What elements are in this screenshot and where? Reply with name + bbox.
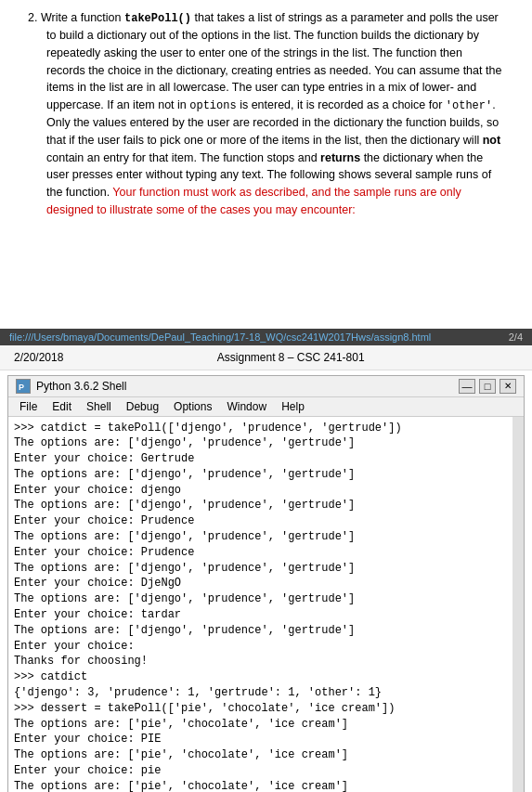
menu-options[interactable]: Options [166,399,219,414]
menu-shell[interactable]: Shell [79,399,119,414]
assignment-header: 2/20/2018 Assignment 8 – CSC 241-801 [0,345,532,370]
assignment-date: 2/20/2018 [14,351,63,364]
python-shell-window: P Python 3.6.2 Shell — □ ✕ File Edit She… [7,375,525,793]
document-section: 2. Write a function takePoll() that take… [0,0,532,236]
paragraph-2: 2. Write a function takePoll() that take… [28,9,504,219]
shell-title-text: Python 3.6.2 Shell [36,380,126,393]
options-ref: options [189,99,236,112]
menu-debug[interactable]: Debug [119,399,166,414]
spacer [0,236,532,329]
svg-text:P: P [19,383,24,392]
footer-bar: file:///Users/bmaya/Documents/DePaul_Tea… [0,329,532,345]
shell-menubar: File Edit Shell Debug Options Window Hel… [8,397,524,417]
maximize-button[interactable]: □ [479,379,496,394]
close-button[interactable]: ✕ [500,379,516,394]
python-icon: P [16,379,31,394]
menu-help[interactable]: Help [274,399,312,414]
shell-controls[interactable]: — □ ✕ [459,379,516,394]
returns-bold: returns [320,151,360,164]
footer-path-link[interactable]: file:///Users/bmaya/Documents/DePaul_Tea… [9,331,431,343]
red-notice: Your function must work as described, an… [46,186,461,216]
menu-edit[interactable]: Edit [45,399,79,414]
function-name: takePoll() [124,12,191,25]
menu-window[interactable]: Window [219,399,274,414]
menu-file[interactable]: File [12,399,45,414]
item-number: 2. [28,11,41,24]
shell-output: >>> catdict = takePoll(['djengo', 'prude… [14,421,507,793]
other-ref: 'other' [446,99,492,112]
shell-title-left: P Python 3.6.2 Shell [16,379,126,394]
not-bold: not [483,134,500,147]
footer-page: 2/4 [509,331,523,343]
shell-content[interactable]: >>> catdict = takePoll(['djengo', 'prude… [8,417,524,793]
minimize-button[interactable]: — [459,379,475,394]
assignment-title: Assignment 8 – CSC 241-801 [63,351,518,364]
shell-titlebar: P Python 3.6.2 Shell — □ ✕ [8,376,524,397]
